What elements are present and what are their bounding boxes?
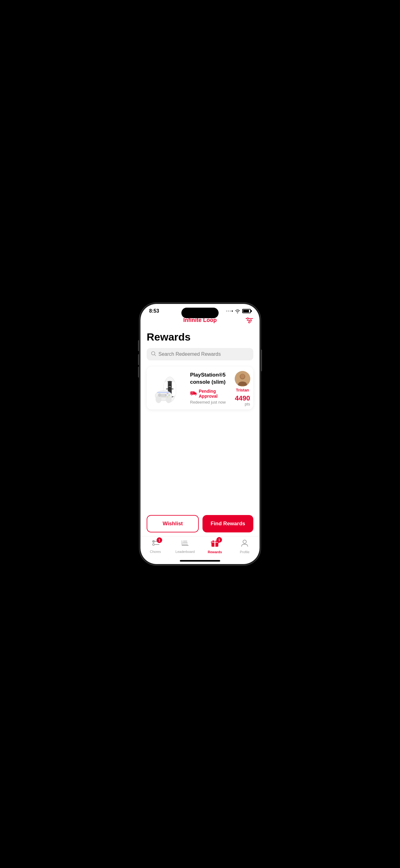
tab-rewards[interactable]: 1 Rewards [204,539,226,554]
tab-leaderboard-label: Leaderboard [175,550,195,554]
truck-icon [190,391,197,397]
avatar-wrap: Tristan [235,371,250,393]
main-content: Rewards [140,326,260,510]
svg-point-5 [249,321,250,323]
wifi-icon [235,309,240,313]
rewards-badge: 1 [216,537,222,542]
svg-point-30 [153,544,155,546]
svg-text:PS: PS [169,385,171,388]
search-bar[interactable] [147,348,253,361]
home-indicator [180,560,220,562]
points-label: pts [235,402,250,406]
tab-profile[interactable]: Profile [234,539,256,554]
svg-point-44 [243,540,246,544]
svg-point-17 [168,394,170,396]
svg-point-18 [165,394,167,396]
reward-name: PlayStation®5 console (slim) [190,372,232,385]
search-icon [151,351,156,357]
leaderboard-icon: 1 2 3 [181,539,190,549]
search-input[interactable] [159,351,249,357]
chores-icon: 1 [151,539,160,549]
status-time: 8:53 [149,308,159,314]
reward-info: PlayStation®5 console (slim) [190,372,232,404]
page-title: Rewards [147,331,253,343]
reward-image: PS [150,371,187,405]
svg-point-19 [167,396,168,397]
nav-header: Infinite Loop [140,316,260,326]
tab-chores-label: Chores [150,550,161,554]
svg-point-20 [158,393,161,397]
filter-icon[interactable] [245,317,253,325]
tab-leaderboard[interactable]: 1 2 3 Leaderboard [174,539,196,554]
svg-rect-21 [157,392,170,393]
rewards-icon: 1 [210,539,220,549]
find-rewards-button[interactable]: Find Rewards [202,515,253,532]
points-wrap: 4490 pts [235,395,250,406]
svg-rect-9 [166,389,174,389]
tab-bar: 1 Chores 1 2 3 Leaderboar [140,536,260,560]
chores-badge: 1 [157,537,162,543]
status-bar: 8:53 [140,304,260,316]
app-title: Infinite Loop [183,317,217,323]
profile-icon [241,539,249,549]
wishlist-button[interactable]: Wishlist [147,515,199,532]
svg-point-14 [166,396,171,403]
svg-point-3 [247,318,249,319]
reward-status: Pending Approval [190,389,232,399]
svg-rect-25 [191,392,194,394]
reward-time: Redeemed just now [190,400,232,404]
tab-profile-label: Profile [240,550,249,554]
reward-card: PS [147,367,253,409]
svg-line-7 [155,354,156,356]
svg-point-28 [240,374,245,378]
svg-point-23 [191,394,192,395]
signal-icon [226,310,233,312]
svg-point-4 [250,319,252,321]
svg-point-13 [156,396,161,403]
reward-points: 4490 [235,395,250,402]
reward-right: Tristan 4490 pts [235,370,250,406]
avatar-name: Tristan [236,388,249,393]
bottom-actions: Wishlist Find Rewards [140,510,260,536]
battery-icon [242,309,251,313]
status-icons [226,309,251,313]
tab-chores[interactable]: 1 Chores [144,539,166,554]
avatar [235,371,250,386]
svg-point-24 [195,394,196,395]
status-label: Pending Approval [199,389,232,399]
tab-rewards-label: Rewards [208,550,222,554]
